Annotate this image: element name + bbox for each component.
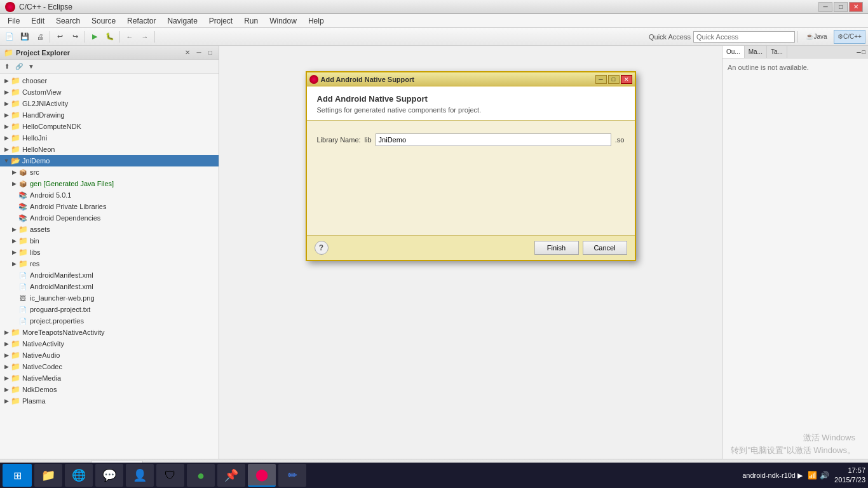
outline-panel: Ou... Ma... Ta... ─ □ An outline is not … <box>722 46 868 459</box>
dialog-minimize-button[interactable]: ─ <box>595 75 607 84</box>
tab-tasks[interactable]: Ta... <box>767 46 787 58</box>
tree-item-handdrawing[interactable]: ▶ 📁 HandDrawing <box>0 109 219 121</box>
tree-item-nativemedia[interactable]: ▶ 📁 NativeMedia <box>0 372 219 384</box>
tree-item-android501[interactable]: 📚 Android 5.0.1 <box>0 189 219 201</box>
menu-help[interactable]: Help <box>303 15 329 27</box>
tree-item-gl2jni[interactable]: ▶ 📁 GL2JNIActivity <box>0 98 219 109</box>
tree-item-iclauncher[interactable]: 🖼 ic_launcher-web.png <box>0 292 219 304</box>
outline-panel-max[interactable]: □ <box>862 49 865 55</box>
taskbar-right: android-ndk-r10d ▶ 📶 🔊 17:57 2015/7/23 <box>742 466 865 485</box>
tree-label-iclauncher: ic_launcher-web.png <box>30 294 95 302</box>
tree-item-res[interactable]: ▶ 📁 res <box>0 258 219 269</box>
notification-area: 📶 🔊 <box>808 471 829 480</box>
taskbar-security[interactable]: 🛡 <box>156 464 184 487</box>
save-button[interactable]: 💾 <box>18 30 32 44</box>
forward-button[interactable]: → <box>138 30 152 44</box>
tree-item-projectprops[interactable]: 📄 project.properties <box>0 315 219 327</box>
tree-item-plasma[interactable]: ▶ 📁 Plasma <box>0 395 219 407</box>
close-button[interactable]: ✕ <box>849 2 863 12</box>
tab-make[interactable]: Ma... <box>745 46 767 58</box>
windows-logo-icon: ⊞ <box>13 470 22 482</box>
tree-item-nativeactivity[interactable]: ▶ 📁 NativeActivity <box>0 338 219 349</box>
menu-navigate[interactable]: Navigate <box>162 15 202 27</box>
redo-button[interactable]: ↪ <box>68 30 82 44</box>
menu-edit[interactable]: Edit <box>26 15 50 27</box>
toggle-helloneon: ▶ <box>3 146 10 153</box>
run-button[interactable]: ▶ <box>88 30 102 44</box>
tree-item-customview[interactable]: ▶ 📁 CustomView <box>0 86 219 98</box>
tree-item-privatelibs[interactable]: 📚 Android Private Libraries <box>0 201 219 212</box>
panel-close-icon[interactable]: ✕ <box>183 48 192 57</box>
tree-item-libs[interactable]: ▶ 📁 libs <box>0 247 219 258</box>
taskbar-user[interactable]: 👤 <box>126 464 154 487</box>
outline-panel-min[interactable]: ─ <box>857 49 860 55</box>
tree-item-hellocompute[interactable]: ▶ 📁 HelloComputeNDK <box>0 121 219 132</box>
taskbar-green-app[interactable]: ● <box>187 464 215 487</box>
back-button[interactable]: ← <box>123 30 137 44</box>
taskbar-file-explorer[interactable]: 📁 <box>34 464 62 487</box>
quick-access-input[interactable] <box>693 31 795 43</box>
menu-file[interactable]: File <box>3 15 25 27</box>
maximize-button[interactable]: □ <box>834 2 848 12</box>
library-name-input[interactable] <box>376 133 611 146</box>
tree-item-nativeaudio[interactable]: ▶ 📁 NativeAudio <box>0 349 219 361</box>
menu-bar: File Edit Search Source Refactor Navigat… <box>0 14 868 28</box>
java-icon: ☕ <box>806 33 813 40</box>
lib-prefix: lib <box>365 136 372 144</box>
dialog-header-title: Add Android Native Support <box>317 94 625 104</box>
undo-button[interactable]: ↩ <box>53 30 67 44</box>
tree-label-bin: bin <box>30 237 39 245</box>
help-button[interactable]: ? <box>315 241 329 255</box>
tree-item-helloneon[interactable]: ▶ 📁 HelloNeon <box>0 144 219 155</box>
collapse-all-button[interactable]: ⬆ <box>1 61 13 72</box>
tree-item-bin[interactable]: ▶ 📁 bin <box>0 235 219 247</box>
taskbar-chat[interactable]: 💬 <box>95 464 123 487</box>
dialog-close-button[interactable]: ✕ <box>621 75 632 84</box>
windows-watermark: 激活 Windows 转到"电脑设置"以激活 Windows。 <box>731 431 855 456</box>
new-button[interactable]: 📄 <box>3 30 17 44</box>
panel-min-icon[interactable]: ─ <box>194 48 203 57</box>
tree-item-jnidemo[interactable]: ▼ 📂 JniDemo <box>0 155 219 166</box>
explorer-menu-button[interactable]: ▼ <box>25 61 37 72</box>
panel-max-icon[interactable]: □ <box>206 48 215 57</box>
taskbar-eclipse[interactable]: ⬤ <box>248 464 276 487</box>
tree-item-src[interactable]: ▶ 📦 src <box>0 166 219 178</box>
tree-item-dependencies[interactable]: 📚 Android Dependencies <box>0 212 219 224</box>
cancel-button[interactable]: Cancel <box>583 241 627 255</box>
tree-item-proguard[interactable]: 📄 proguard-project.txt <box>0 304 219 315</box>
menu-window[interactable]: Window <box>264 15 302 27</box>
tree-label-nativecodec: NativeCodec <box>22 363 62 370</box>
minimize-button[interactable]: ─ <box>818 2 832 12</box>
menu-run[interactable]: Run <box>239 15 263 27</box>
tree-item-ndkdemos[interactable]: ▶ 📁 NdkDemos <box>0 384 219 395</box>
tree-item-moreteapots[interactable]: ▶ 📁 MoreTeapotsNativeActivity <box>0 327 219 338</box>
taskbar-pin[interactable]: 📌 <box>217 464 245 487</box>
browser-icon: 🌐 <box>72 468 86 482</box>
tab-outline[interactable]: Ou... <box>722 46 745 58</box>
tree-item-manifest2[interactable]: 📄 AndroidManifest.xml <box>0 281 219 292</box>
tree-label-plasma: Plasma <box>22 397 46 405</box>
tree-item-hellojni[interactable]: ▶ 📁 HelloJni <box>0 132 219 144</box>
dialog-maximize-button[interactable]: □ <box>608 75 620 84</box>
link-with-editor-button[interactable]: 🔗 <box>13 61 25 72</box>
java-perspective[interactable]: ☕ Java <box>801 30 832 44</box>
tree-item-manifest1[interactable]: 📄 AndroidManifest.xml <box>0 269 219 281</box>
menu-refactor[interactable]: Refactor <box>122 15 161 27</box>
library-name-row: Library Name: lib .so <box>317 133 625 146</box>
cpp-perspective[interactable]: ⚙ C/C++ <box>834 30 865 44</box>
tree-item-gen[interactable]: ▶ 📦 gen [Generated Java Files] <box>0 178 219 189</box>
menu-source[interactable]: Source <box>86 15 121 27</box>
start-button[interactable]: ⊞ <box>3 464 32 487</box>
finish-button[interactable]: Finish <box>534 241 579 255</box>
menu-search[interactable]: Search <box>51 15 85 27</box>
lib-icon-dependencies: 📚 <box>18 213 28 223</box>
tree-item-assets[interactable]: ▶ 📁 assets <box>0 224 219 235</box>
taskbar-browser[interactable]: 🌐 <box>65 464 93 487</box>
taskbar-blue-pen[interactable]: ✏ <box>278 464 306 487</box>
tree-label-manifest2: AndroidManifest.xml <box>30 283 93 290</box>
menu-project[interactable]: Project <box>204 15 238 27</box>
print-button[interactable]: 🖨 <box>33 30 47 44</box>
tree-item-nativecodec[interactable]: ▶ 📁 NativeCodec <box>0 361 219 372</box>
debug-button[interactable]: 🐛 <box>103 30 117 44</box>
tree-item-chooser[interactable]: ▶ 📁 chooser <box>0 75 219 86</box>
